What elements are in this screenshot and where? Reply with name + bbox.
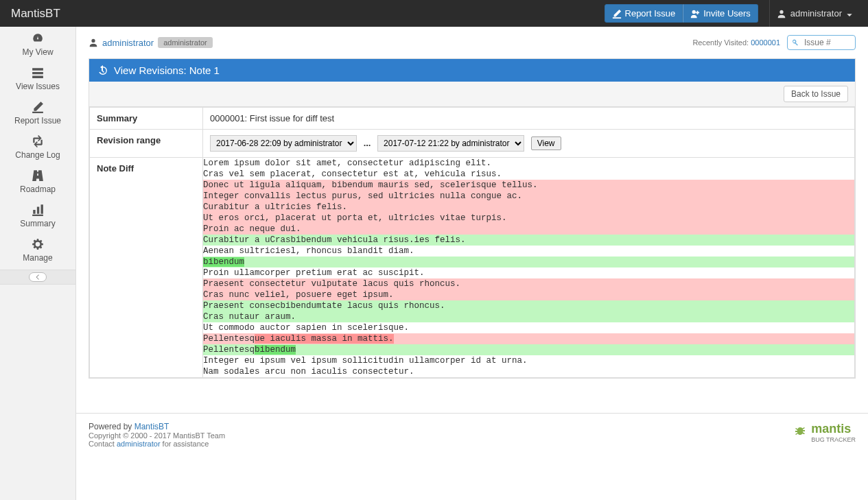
user-icon: [777, 9, 786, 19]
panel-title: View Revisions: Note 1: [114, 64, 220, 76]
diff-line: Proin ac neque dui.: [203, 224, 854, 235]
diff-line: Integer eu ipsum vel ipsum sollicitudin …: [203, 355, 854, 366]
sidebar-label: Change Log: [15, 150, 60, 160]
sidebar-item-summary[interactable]: Summary: [0, 198, 75, 233]
breadcrumb-row: administrator administrator Recently Vis…: [89, 35, 856, 50]
logo-subtitle: BUG TRACKER: [811, 436, 856, 443]
recently-visited-label: Recently Visited:: [692, 38, 749, 47]
diff-line: Ut eros orci, placerat ut porta et, ultr…: [203, 213, 854, 224]
dashboard-icon: [32, 32, 44, 45]
diff-line: Lorem ipsum dolor sit amet, consectetur …: [203, 158, 854, 169]
range-dots: ...: [364, 138, 371, 148]
invite-users-button[interactable]: Invite Users: [683, 4, 758, 23]
copyright: Copyright © 2000 - 2017 MantisBT Team: [89, 431, 225, 440]
sidebar-item-report-issue[interactable]: Report Issue: [0, 95, 75, 130]
sidebar-item-roadmap[interactable]: Roadmap: [0, 164, 75, 198]
revisions-panel: View Revisions: Note 1 Back to Issue Sum…: [89, 58, 856, 379]
top-navbar: MantisBT Report Issue Invite Users admin…: [0, 0, 868, 27]
logo-text: mantis: [811, 422, 856, 436]
issue-search: [787, 35, 856, 50]
diff-line: Proin ullamcorper pretium erat ac suscip…: [203, 267, 854, 278]
summary-value: 0000001: First issue for diff test: [203, 108, 855, 130]
powered-by-link[interactable]: MantisBT: [134, 422, 169, 431]
range-label: Revision range: [90, 130, 203, 158]
retweet-icon: [32, 135, 44, 147]
diff-line: Praesent consectetur vulputate lacus qui…: [203, 278, 854, 289]
history-icon: [97, 65, 108, 76]
revision-from-select[interactable]: 2017-06-28 22:09 by administrator: [210, 135, 357, 152]
diff-line: Cras nunc veliel, posuere eget ipsum.: [203, 289, 854, 300]
sidebar-item-change-log[interactable]: Change Log: [0, 130, 75, 164]
summary-label: Summary: [90, 108, 203, 130]
sidebar-label: Manage: [23, 253, 52, 263]
footer-text: Powered by MantisBT Copyright © 2000 - 2…: [89, 422, 225, 448]
user-menu[interactable]: administrator: [769, 0, 860, 27]
sidebar-label: Report Issue: [14, 116, 61, 126]
edit-icon: [32, 101, 44, 113]
back-to-issue-button[interactable]: Back to Issue: [784, 86, 848, 102]
road-icon: [32, 169, 44, 182]
diff-line: Cras vel sem placerat, consectetur est a…: [203, 169, 854, 180]
panel-toolbar: Back to Issue: [89, 82, 855, 107]
sidebar-item-view-issues[interactable]: View Issues: [0, 61, 75, 95]
chevron-down-icon: [846, 10, 853, 17]
diff-line: Donec ut ligula aliquam, bibendum mauris…: [203, 180, 854, 191]
diff-line: Cras nutaur araum.: [203, 311, 854, 322]
diff-line: Pellentesque iaculis massa in mattis.: [203, 333, 854, 344]
diff-line: Praesent consecbibendumtate lacus quis r…: [203, 300, 854, 311]
bar-chart-icon: [32, 204, 44, 216]
note-diff: Lorem ipsum dolor sit amet, consectetur …: [203, 158, 854, 377]
revision-table: Summary 0000001: First issue for diff te…: [89, 107, 855, 378]
gears-icon: [32, 238, 44, 250]
report-issue-button[interactable]: Report Issue: [605, 4, 683, 23]
powered-by-label: Powered by: [89, 422, 134, 431]
chevron-left-icon: [34, 274, 41, 281]
range-controls: 2017-06-28 22:09 by administrator ... 20…: [203, 130, 855, 158]
invite-users-label: Invite Users: [703, 8, 751, 19]
diff-line: Aenean sultriciesl, rhoncus blandit diam…: [203, 246, 854, 257]
sidebar-item-manage[interactable]: Manage: [0, 233, 75, 267]
sidebar-label: Summary: [20, 219, 55, 228]
footer: Powered by MantisBT Copyright © 2000 - 2…: [76, 413, 868, 456]
mantis-logo: mantis BUG TRACKER: [792, 422, 856, 443]
diff-line: Nam sodales arcu non iaculis consectetur…: [203, 366, 854, 377]
sidebar-item-my-view[interactable]: My View: [0, 27, 75, 61]
brand[interactable]: MantisBT: [11, 7, 60, 21]
diff-line: Integer convallis lectus purus, sed ultr…: [203, 191, 854, 202]
user-menu-label: administrator: [790, 8, 842, 19]
revision-to-select[interactable]: 2017-07-12 21:22 by administrator: [377, 135, 524, 152]
diff-line: Ut commodo auctor sapien in scelerisque.: [203, 322, 854, 333]
sidebar-label: Roadmap: [20, 184, 56, 194]
list-icon: [32, 67, 44, 79]
recently-visited-link[interactable]: 0000001: [751, 38, 780, 47]
breadcrumb: administrator administrator: [89, 37, 213, 48]
bug-icon: [792, 425, 808, 441]
navbar-right: Report Issue Invite Users administrator: [605, 0, 860, 27]
view-button[interactable]: View: [531, 136, 561, 150]
edit-icon: [612, 9, 622, 19]
panel-header: View Revisions: Note 1: [89, 59, 855, 82]
contact-link[interactable]: administrator: [117, 440, 161, 448]
sidebar-collapse-toggle[interactable]: [0, 270, 75, 285]
diff-line: bibendum: [203, 257, 854, 267]
diff-label: Note Diff: [90, 158, 203, 378]
breadcrumb-right: Recently Visited: 0000001: [692, 35, 856, 50]
search-icon: [791, 38, 799, 47]
diff-line: Pellentesqbibendum: [203, 344, 854, 355]
role-badge: administrator: [158, 37, 213, 48]
main-content: administrator administrator Recently Vis…: [76, 27, 868, 392]
contact-pre: Contact: [89, 440, 117, 448]
sidebar-label: View Issues: [16, 82, 60, 91]
diff-line: Curabitur a ultricies felis.: [203, 202, 854, 213]
user-plus-icon: [690, 9, 700, 19]
contact-post: for assistance: [161, 440, 209, 448]
sidebar-label: My View: [22, 47, 53, 57]
user-icon: [89, 38, 98, 47]
breadcrumb-user-link[interactable]: administrator: [102, 38, 154, 48]
sidebar: My View View Issues Report Issue Change …: [0, 27, 76, 456]
diff-line: Curabitur a uCrasbibendum vehicula risus…: [203, 235, 854, 246]
report-issue-label: Report Issue: [625, 8, 676, 19]
